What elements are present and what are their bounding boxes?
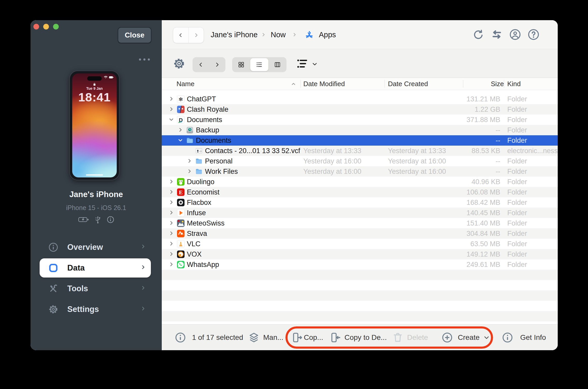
get-info-icon[interactable]: [502, 332, 513, 343]
table-row[interactable]: Duolingo 40.96 KB Folder: [162, 177, 558, 187]
expander-icon[interactable]: [169, 179, 174, 185]
columns-view-button[interactable]: [268, 57, 286, 72]
traffic-zoom-icon[interactable]: [53, 24, 59, 29]
table-row[interactable]: Infuse 140.45 MB Folder: [162, 208, 558, 218]
expander-icon[interactable]: [169, 200, 174, 205]
manage-layers-icon[interactable]: [248, 332, 260, 343]
vox-icon: [177, 251, 185, 258]
table-row[interactable]: E Economist 106.08 MB Folder: [162, 187, 558, 197]
expander-icon[interactable]: [187, 158, 193, 164]
breadcrumb-snapshot[interactable]: Now: [271, 30, 286, 39]
chevron-right-icon: [292, 32, 297, 37]
copy-from-device-icon[interactable]: [292, 332, 303, 343]
table-header: Name Date Modified Date Created Size Kin…: [162, 78, 558, 90]
table-row[interactable]: Flacbox 168.42 MB Folder: [162, 197, 558, 208]
expander-icon[interactable]: [169, 251, 174, 257]
row-kind: Folder: [507, 126, 527, 134]
create-plus-icon[interactable]: [442, 332, 453, 343]
view-settings-gear-icon[interactable]: [173, 57, 185, 70]
table-row[interactable]: ✻ ChatGPT 131.21 MB Folder: [162, 94, 558, 104]
grid-view-button[interactable]: [232, 57, 250, 72]
table-row[interactable]: @ Contacts - 20...01 13 33 52.vcf Yester…: [162, 146, 558, 156]
table-row[interactable]: Work Files Yesterday at 16:00 Yesterday …: [162, 166, 558, 177]
table-row[interactable]: D Documents 371.88 MB Folder: [162, 115, 558, 125]
breadcrumb-section[interactable]: Apps: [319, 30, 336, 39]
selection-status: 1 of 17 selected: [192, 333, 243, 342]
row-date-modified: Yesterday at 13:33: [303, 147, 361, 155]
back-button[interactable]: [193, 57, 209, 72]
copy-button[interactable]: Cop...: [304, 333, 323, 342]
column-name[interactable]: Name: [177, 80, 194, 88]
more-options-icon[interactable]: [139, 58, 150, 61]
manage-button[interactable]: Man...: [263, 333, 283, 342]
expander-icon[interactable]: [169, 189, 174, 195]
info-circle-icon[interactable]: [175, 332, 186, 343]
expander-icon[interactable]: [187, 148, 193, 154]
refresh-icon[interactable]: [472, 28, 484, 41]
expander-icon[interactable]: [178, 138, 183, 143]
account-icon[interactable]: [509, 28, 521, 41]
empty-row: [162, 290, 558, 301]
table-row[interactable]: Backup -- Folder: [162, 125, 558, 135]
back-button[interactable]: [173, 27, 188, 43]
app-window: Close Tue 9 Jan 18:41 Jane's iPhone iPho…: [31, 20, 558, 350]
delete-button[interactable]: Delete: [407, 333, 428, 342]
get-info-button[interactable]: Get Info: [520, 333, 546, 342]
trash-icon[interactable]: [392, 332, 403, 343]
expander-icon[interactable]: [187, 169, 193, 174]
expander-icon[interactable]: [169, 241, 174, 247]
copy-to-device-icon[interactable]: [330, 332, 341, 343]
row-kind: Folder: [507, 209, 527, 217]
list-options-icon[interactable]: [296, 58, 308, 70]
expander-icon[interactable]: [169, 231, 174, 236]
row-kind: Folder: [507, 199, 527, 207]
close-button[interactable]: Close: [118, 27, 151, 43]
documents-app-icon: D: [177, 116, 185, 124]
empty-row: [162, 280, 558, 290]
row-kind: Folder: [507, 106, 527, 114]
table-row[interactable]: Strava 304.84 MB Folder: [162, 228, 558, 239]
chevron-right-icon: [141, 306, 147, 313]
expander-icon[interactable]: [169, 210, 174, 216]
table-row[interactable]: MeteoSwiss 151.40 MB Folder: [162, 218, 558, 228]
table-row[interactable]: VLC 63.50 MB Folder: [162, 239, 558, 249]
forward-button[interactable]: [188, 27, 204, 43]
chevron-down-icon[interactable]: [312, 61, 318, 67]
list-view-button[interactable]: [250, 58, 268, 71]
row-size: 40.96 KB: [472, 178, 500, 186]
traffic-close-icon[interactable]: [33, 24, 39, 29]
expander-icon[interactable]: [169, 220, 174, 226]
empty-row: [162, 301, 558, 311]
expander-icon[interactable]: [169, 262, 174, 267]
forward-button[interactable]: [209, 57, 226, 72]
expander-icon[interactable]: [169, 96, 174, 102]
sidebar-item-tools[interactable]: Tools: [40, 279, 151, 298]
table-row[interactable]: VOX 149.12 MB Folder: [162, 249, 558, 259]
row-kind: Folder: [507, 230, 527, 238]
expander-icon[interactable]: [169, 117, 174, 123]
table-row[interactable]: WhatsApp 249.61 MB Folder: [162, 259, 558, 270]
sidebar-item-data[interactable]: Data: [40, 258, 151, 278]
column-kind[interactable]: Kind: [507, 80, 521, 88]
expander-icon[interactable]: [178, 127, 183, 133]
table-row[interactable]: Clash Royale 1.22 GB Folder: [162, 104, 558, 115]
breadcrumb-device[interactable]: Jane's iPhone: [211, 30, 258, 39]
transfer-icon[interactable]: [491, 28, 503, 41]
sidebar-item-settings[interactable]: Settings: [40, 300, 151, 319]
create-button[interactable]: Create: [458, 333, 480, 342]
column-date-created[interactable]: Date Created: [388, 80, 428, 88]
expander-icon[interactable]: [169, 107, 174, 112]
sidebar-item-overview[interactable]: Overview: [40, 238, 151, 257]
chevron-down-icon[interactable]: [483, 334, 490, 341]
table-row[interactable]: Personal Yesterday at 16:00 Yesterday at…: [162, 156, 558, 166]
copy-to-device-button[interactable]: Copy to De...: [344, 333, 387, 342]
column-size[interactable]: Size: [478, 80, 504, 88]
help-icon[interactable]: [527, 28, 540, 41]
row-size: 131.21 MB: [466, 95, 500, 103]
wifi-icon: [104, 76, 108, 79]
table-row[interactable]: Documents -- Folder: [162, 135, 558, 146]
row-name: VOX: [187, 250, 202, 258]
traffic-minimize-icon[interactable]: [43, 24, 49, 29]
column-date-modified[interactable]: Date Modified: [303, 80, 345, 88]
meteoswiss-icon: [177, 220, 185, 227]
